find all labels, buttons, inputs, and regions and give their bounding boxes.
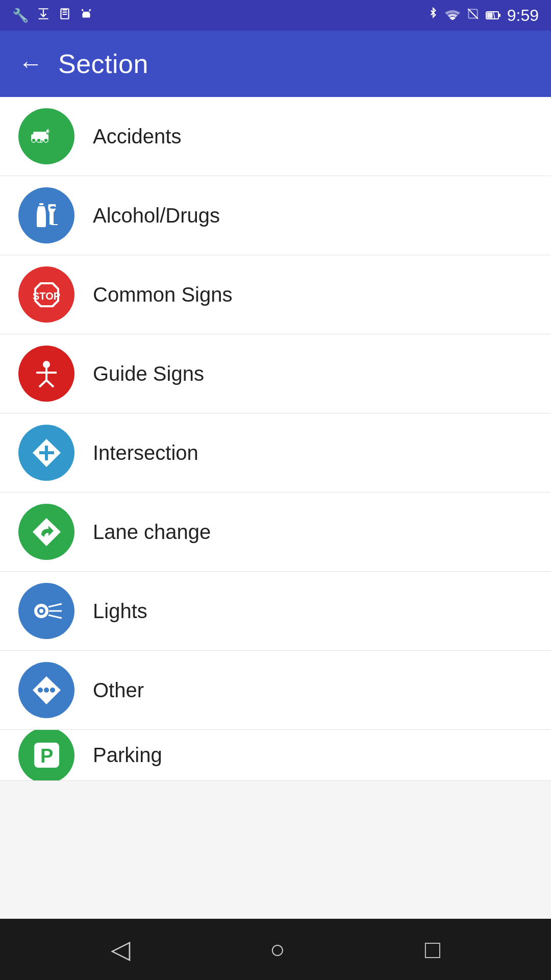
svg-rect-15 — [498, 14, 500, 17]
guide-signs-icon-circle — [18, 346, 74, 402]
page-title: Section — [58, 48, 148, 79]
status-bar: 🔧 9:59 — [0, 0, 551, 31]
parking-label: Parking — [93, 744, 162, 767]
svg-point-27 — [44, 138, 48, 142]
home-nav-button[interactable]: ○ — [270, 935, 285, 964]
svg-point-50 — [38, 688, 43, 693]
svg-point-51 — [44, 688, 49, 693]
list-item-lights[interactable]: Lights — [0, 572, 551, 651]
svg-rect-29 — [39, 203, 43, 205]
status-icons-right: 9:59 — [428, 6, 539, 25]
svg-point-20 — [32, 138, 36, 142]
battery-icon — [486, 8, 501, 23]
android-icon — [80, 7, 93, 24]
back-button[interactable]: ← — [18, 52, 43, 76]
status-icons-left: 🔧 — [12, 7, 93, 24]
other-icon-circle — [18, 662, 74, 718]
svg-rect-26 — [39, 132, 46, 136]
svg-text:P: P — [40, 745, 53, 767]
lights-label: Lights — [93, 600, 147, 623]
intersection-label: Intersection — [93, 442, 198, 464]
other-label: Other — [93, 679, 144, 702]
accidents-label: Accidents — [93, 125, 181, 148]
list-item-parking[interactable]: P Parking — [0, 730, 551, 781]
list-item-accidents[interactable]: Accidents — [0, 97, 551, 176]
lane-change-icon-circle — [18, 504, 74, 560]
svg-rect-0 — [38, 8, 48, 9]
common-signs-label: Common Signs — [93, 283, 232, 306]
alcohol-drugs-label: Alcohol/Drugs — [93, 204, 220, 227]
accidents-icon-circle — [18, 108, 74, 164]
lights-icon-circle — [18, 583, 74, 639]
sim-icon — [466, 7, 480, 24]
clipboard-icon — [58, 7, 71, 24]
list-item-guide-signs[interactable]: Guide Signs — [0, 334, 551, 413]
svg-point-45 — [39, 609, 43, 613]
parking-icon-circle: P — [18, 730, 74, 781]
list-item-lane-change[interactable]: Lane change — [0, 493, 551, 572]
intersection-icon-circle — [18, 425, 74, 481]
alcohol-drugs-icon-circle — [18, 187, 74, 243]
list-item-other[interactable]: Other — [0, 651, 551, 730]
app-bar: ← Section — [0, 31, 551, 97]
svg-line-38 — [46, 380, 54, 387]
recents-nav-button[interactable]: □ — [425, 935, 440, 964]
common-signs-icon-circle: STOP — [18, 266, 74, 323]
svg-point-28 — [37, 138, 41, 142]
svg-rect-16 — [487, 12, 492, 18]
lane-change-label: Lane change — [93, 521, 211, 544]
back-nav-button[interactable]: ◁ — [111, 935, 130, 964]
list-item-intersection[interactable]: Intersection — [0, 413, 551, 493]
svg-point-34 — [43, 361, 50, 368]
section-list: Accidents Alcohol/Drugs STOP Common Sign… — [0, 97, 551, 919]
wifi-icon — [445, 8, 460, 23]
guide-signs-label: Guide Signs — [93, 362, 204, 385]
list-item-common-signs[interactable]: STOP Common Signs — [0, 255, 551, 334]
list-item-alcohol-drugs[interactable]: Alcohol/Drugs — [0, 176, 551, 255]
svg-line-46 — [48, 604, 62, 607]
svg-line-17 — [493, 12, 495, 19]
svg-rect-1 — [38, 18, 48, 19]
download-icon — [37, 7, 50, 24]
svg-point-9 — [82, 9, 83, 10]
svg-line-48 — [48, 615, 62, 618]
bluetooth-icon — [428, 7, 439, 24]
svg-text:STOP: STOP — [32, 290, 60, 302]
time: 9:59 — [507, 6, 539, 25]
svg-line-37 — [39, 380, 46, 387]
svg-point-52 — [50, 688, 55, 693]
svg-point-11 — [452, 18, 454, 20]
wrench-icon: 🔧 — [12, 8, 29, 23]
bottom-navigation: ◁ ○ □ — [0, 919, 551, 980]
svg-line-12 — [468, 9, 478, 19]
svg-point-10 — [89, 9, 91, 10]
